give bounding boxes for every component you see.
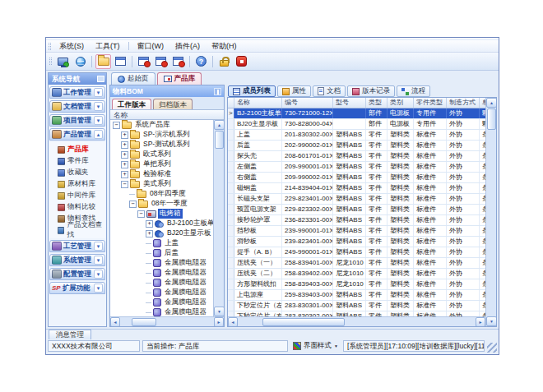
menu-item-3[interactable]: 窗口(W) <box>132 40 170 53</box>
pushpin-icon[interactable] <box>214 88 221 95</box>
table-row[interactable]: 磁钢盖214-839404-01X塑料ABS零件塑料类标准件外协条 <box>228 183 485 194</box>
scroll-thumb[interactable] <box>132 318 156 326</box>
toolbar-button-close-all-windows-icon[interactable] <box>153 54 169 69</box>
chevron-down-icon[interactable]: ▼ <box>94 270 103 279</box>
sidebar-panel-5[interactable]: 系统管理▼ <box>49 254 105 266</box>
tab-成员列表[interactable]: 成员列表 <box>228 85 276 97</box>
toggle-expand-icon[interactable]: + <box>121 161 128 168</box>
table-row[interactable]: 压线夹（二）258-839402-00X尼龙1010零件塑料类标准件外协条 <box>228 269 485 279</box>
toggle-expand-icon[interactable]: + <box>121 151 128 159</box>
tab-message-management[interactable]: 消息管理 <box>49 330 91 339</box>
toggle-collapse-icon[interactable]: − <box>137 210 145 218</box>
scroll-down-button[interactable] <box>486 316 497 326</box>
sidebar-panel-2[interactable]: 项目管理▼ <box>49 114 105 127</box>
tab-产品库[interactable]: 产品库 <box>157 72 202 85</box>
toolbar-button-window-list-icon[interactable] <box>170 54 186 69</box>
sidebar-item-零件库[interactable]: 零件库 <box>49 155 105 167</box>
toolbar-button-close-window-icon[interactable] <box>136 54 151 69</box>
scroll-right-button[interactable] <box>214 317 224 327</box>
tree-item-SP-演示机系列[interactable]: +SP-演示机系列 <box>110 130 213 140</box>
tree-item-金属膜电阻器[interactable]: 金属膜电阻器 <box>110 297 213 307</box>
toolbar-button-folder-icon[interactable] <box>95 54 111 69</box>
scroll-thumb[interactable] <box>262 318 345 326</box>
scroll-track[interactable] <box>157 317 214 326</box>
sidebar-item-收藏夹[interactable]: 收藏夹 <box>49 167 105 178</box>
tree-item-上盖[interactable]: 上盖 <box>110 238 213 248</box>
sidebar-item-中间件库[interactable]: 中间件库 <box>49 190 105 201</box>
toggle-collapse-icon[interactable]: − <box>129 201 137 208</box>
tree-item-金属膜电阻器[interactable]: 金属膜电阻器 <box>110 307 213 316</box>
scroll-track[interactable] <box>486 131 496 316</box>
tab-归档版本[interactable]: 归档版本 <box>153 99 193 109</box>
table-row[interactable]: 提手（A. B）249-990001-01X塑料ABS零件塑料类标准件外协条 <box>228 247 485 258</box>
table-row[interactable]: 后盖202-990002-01X塑料ABS零件塑料类标准件外协条 <box>228 141 485 151</box>
toolbar-button-exit-icon[interactable] <box>234 54 249 69</box>
sidebar-panel-7[interactable]: SP扩展功能▼ <box>49 282 105 294</box>
table-row[interactable]: 压线夹（一）258-839401-00X尼龙1010零件塑料类标准件外协条 <box>228 258 485 269</box>
chevron-down-icon[interactable]: ▼ <box>94 116 103 125</box>
tree-item-美式系列[interactable]: −美式系列 <box>110 179 213 189</box>
table-row[interactable]: BJ20主显示板730-828000-04X部件电源板专用件外协颗 <box>228 119 485 130</box>
tree-item-单把系列[interactable]: +单把系列 <box>110 159 213 169</box>
scroll-left-button[interactable] <box>110 317 120 327</box>
sidebar-panel-6[interactable]: 配置管理▼ <box>49 268 105 280</box>
table-row[interactable]: 挡秒板239-990001-01X塑料ABS零件塑料类标准件外协条 <box>228 226 485 237</box>
toggle-expand-icon[interactable]: + <box>146 220 153 228</box>
tab-属性[interactable]: 属性 <box>277 85 311 97</box>
table-row[interactable]: 右侧盖209-990002-01X塑料ABS零件塑料类标准件外协条 <box>228 173 485 183</box>
column-header-编号[interactable]: 编号 <box>282 98 333 108</box>
column-header-型号[interactable]: 型号 <box>333 98 366 108</box>
toggle-collapse-icon[interactable]: − <box>121 181 128 188</box>
table-row[interactable]: 方形塑料线扣258-839403-00X尼龙1010零件塑料类标准件外协条 <box>228 279 485 290</box>
tree-item-金属膜电阻器[interactable]: 金属膜电阻器 <box>110 258 213 268</box>
toolbar-button-desktop-icon[interactable] <box>55 54 71 69</box>
sidebar-panel-0[interactable]: 工作管理▼ <box>49 86 105 99</box>
menu-item-5[interactable]: 帮助(H) <box>206 40 243 53</box>
sidebar-item-原材料库[interactable]: 原材料库 <box>49 178 105 190</box>
table-row[interactable]: 滑秒板239-823401-00X塑料ABS零件塑料类标准件外协条 <box>228 237 485 247</box>
scroll-thumb[interactable] <box>215 131 224 149</box>
table-row[interactable]: 探头壳208-601701-01X塑料ABS零件塑料类标准件外协条 <box>228 151 485 162</box>
tree-item-后盖[interactable]: 后盖 <box>110 248 213 258</box>
table-row[interactable]: 上盖201-830302-00X塑料ABS零件塑料类标准件外协条 <box>228 130 485 141</box>
toolbar-button-help-icon[interactable]: ? <box>193 54 209 69</box>
chevron-down-icon[interactable]: ▼ <box>94 242 103 251</box>
tree-item-金属膜电阻器[interactable]: 金属膜电阻器 <box>110 288 213 297</box>
tree-column-header[interactable]: 名称 <box>110 109 224 120</box>
table-row[interactable]: >BJ-2100主板单点730-721000-12X部件电源板专用件外协颗 <box>228 108 485 119</box>
toolbar-button-lock-icon[interactable] <box>216 54 232 69</box>
column-header-零件类型[interactable]: 零件类型 <box>414 98 447 108</box>
menubar-grip[interactable] <box>49 43 51 50</box>
tree-item-系统产品库[interactable]: −系统产品库 <box>110 120 213 130</box>
toolbar-button-window-icon[interactable] <box>113 54 128 69</box>
column-header-类型[interactable]: 类型 <box>366 98 388 108</box>
resize-grip[interactable] <box>487 343 497 353</box>
tab-文档[interactable]: 文档 <box>313 85 346 97</box>
toolbar-button-globe-icon[interactable] <box>72 54 88 69</box>
tree-item-BJ20主显示板[interactable]: +BJ20主显示板 <box>110 228 213 238</box>
sidebar-panel-1[interactable]: 文档管理▼ <box>49 100 105 113</box>
tree-item-08年四季度[interactable]: 08年四季度 <box>110 189 213 199</box>
tab-流程[interactable]: 流程 <box>397 85 430 97</box>
sidebar-panel-3[interactable]: 产品管理▲ <box>49 128 105 141</box>
chevron-down-icon[interactable]: ▼ <box>94 88 103 97</box>
toggle-expand-icon[interactable]: + <box>121 141 128 149</box>
scroll-track[interactable] <box>346 317 476 326</box>
chevron-down-icon[interactable]: ▼ <box>94 256 103 265</box>
menu-item-0[interactable]: 系统(S) <box>53 40 90 53</box>
tree-item-金属膜电阻器[interactable]: 金属膜电阻器 <box>110 278 213 288</box>
toggle-expand-icon[interactable]: + <box>121 171 128 178</box>
chevron-down-icon[interactable]: ▼ <box>94 102 103 111</box>
table-row[interactable]: 预置电源支架229-823302-00X塑料ABS零件塑料类标准件外协条 <box>228 205 485 215</box>
tree-vertical-scrollbar[interactable] <box>213 120 224 316</box>
tree-item-BJ-2100主板单点[interactable]: +BJ-2100主板单点 <box>110 219 213 228</box>
column-header-制造方式[interactable]: 制造方式 <box>447 98 480 108</box>
scroll-left-button[interactable] <box>228 317 238 326</box>
sidebar-panel-4[interactable]: 工艺管理▼ <box>49 240 105 252</box>
tab-版本记录[interactable]: 版本记录 <box>347 85 395 97</box>
chevron-down-icon[interactable]: ▼ <box>94 284 103 293</box>
tree-item-SP-测试机系列[interactable]: +SP-测试机系列 <box>110 140 213 150</box>
tree-item-金属膜电阻器[interactable]: 金属膜电阻器 <box>110 268 213 278</box>
toggle-collapse-icon[interactable]: − <box>113 122 120 129</box>
chevron-up-icon[interactable]: ▲ <box>94 130 103 139</box>
